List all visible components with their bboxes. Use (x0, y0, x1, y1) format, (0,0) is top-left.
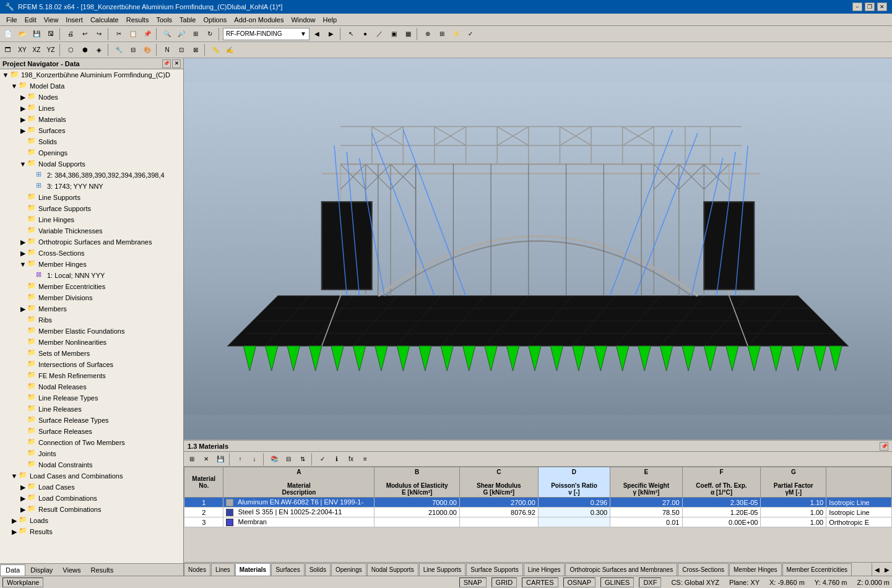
new-btn[interactable]: 📄 (1, 27, 15, 41)
menu-options[interactable]: Options (199, 15, 230, 24)
redo-btn[interactable]: ↪ (92, 27, 106, 41)
menu-results[interactable]: Results (123, 15, 153, 24)
tree-fe-mesh[interactable]: ▶ 📁 FE Mesh Refinements (0, 370, 183, 381)
minimize-btn[interactable]: − (852, 2, 862, 11)
dt-check[interactable]: ✓ (316, 452, 329, 466)
tree-result-combs[interactable]: ▶ 📁 Result Combinations (0, 504, 183, 515)
cut-btn[interactable]: ✂ (112, 27, 126, 41)
status-glines[interactable]: GLINES (600, 577, 634, 587)
tab-nodal-supports[interactable]: Nodal Supports (367, 563, 418, 576)
tree-ortho[interactable]: ▶ 📁 Orthotropic Surfaces and Membranes (0, 236, 183, 248)
tree-ribs[interactable]: ▶ 📁 Ribs (0, 314, 183, 326)
measure-btn[interactable]: 📏 (209, 43, 222, 57)
status-snap[interactable]: SNAP (459, 577, 487, 587)
menu-window[interactable]: Window (287, 15, 319, 24)
tree-root[interactable]: ▼ 📁 198_Konzertbühne Aluminium Formfindu… (0, 69, 183, 80)
results-expand[interactable]: ▶ (10, 527, 19, 536)
table-row-2[interactable]: 2 Steel S 355 | EN 10025-2:2004-11 21000… (184, 508, 892, 517)
tab-materials[interactable]: Materials (235, 563, 271, 576)
tree-cross-sections[interactable]: ▶ 📁 Cross-Sections (0, 248, 183, 259)
line-btn[interactable]: ／ (373, 27, 386, 41)
dt-filter[interactable]: ⊟ (282, 452, 295, 466)
tree-intersections[interactable]: ▶ 📁 Intersections of Surfaces (0, 359, 183, 370)
tree-connection[interactable]: ▶ 📁 Connection of Two Members (0, 437, 183, 448)
dt-delete-row[interactable]: ✕ (199, 452, 213, 466)
tab-surface-supports[interactable]: Surface Supports (466, 563, 522, 576)
lcomb-expand[interactable]: ▶ (19, 494, 27, 503)
tree-nodal-support-3[interactable]: ▶ ⊞ 3: 1743; YYY NNY (0, 181, 183, 192)
tree-line-release-types[interactable]: ▶ 📁 Line Release Types (0, 392, 183, 404)
surface-btn[interactable]: ▣ (387, 27, 401, 41)
menu-edit[interactable]: Edit (21, 15, 40, 24)
tree-openings[interactable]: ▶ 📁 Openings (0, 147, 183, 158)
save-as-btn[interactable]: 🖫 (44, 27, 58, 41)
open-btn[interactable]: 📂 (15, 27, 29, 41)
tree-load-combs[interactable]: ▶ 📁 Load Combinations (0, 493, 183, 504)
dt-select-mat[interactable]: 📚 (267, 452, 281, 466)
tree-nodal-support-2[interactable]: ▶ ⊞ 2: 384,386,389,390,392,394,396,398,4 (0, 170, 183, 181)
render-btn[interactable]: ◈ (92, 43, 106, 57)
status-cartes[interactable]: CARTES (522, 577, 558, 587)
tree-surfaces[interactable]: ▶ 📁 Surfaces (0, 125, 183, 136)
tree-model-data[interactable]: ▼ 📁 Model Data (0, 80, 183, 92)
tab-ortho[interactable]: Orthotropic Surfaces and Membranes (565, 563, 677, 576)
members-expand[interactable]: ▶ (19, 305, 27, 313)
tree-nodal-constraints[interactable]: ▶ 📁 Nodal Constraints (0, 459, 183, 470)
wireframe-btn[interactable]: ⬡ (64, 43, 77, 57)
tab-surfaces[interactable]: Surfaces (271, 563, 304, 576)
tab-solids[interactable]: Solids (305, 563, 331, 576)
check-btn[interactable]: ✓ (464, 27, 477, 41)
status-osnap[interactable]: OSNAP (563, 577, 596, 587)
tree-mh-1[interactable]: ▶ ⊠ 1: Local; NNN YYY (0, 270, 183, 281)
next-btn[interactable]: ▶ (324, 27, 338, 41)
calc-btn[interactable]: ⚡ (449, 27, 463, 41)
data-panel-pin[interactable]: 📌 (880, 442, 888, 451)
model-expand[interactable]: ▼ (10, 82, 19, 90)
solid-btn[interactable]: ▦ (401, 27, 415, 41)
viewyz-btn[interactable]: YZ (44, 43, 58, 57)
tree-members[interactable]: ▶ 📁 Members (0, 303, 183, 314)
materials-table-container[interactable]: MaterialNo. AMaterialDescription BModulu… (184, 467, 892, 562)
mh-expand[interactable]: ▼ (19, 260, 27, 269)
annotate-btn[interactable]: ✍ (223, 43, 236, 57)
dt-more[interactable]: ≡ (358, 452, 372, 466)
snap-btn[interactable]: ⊕ (421, 27, 435, 41)
tree-surface-supports[interactable]: ▶ 📁 Surface Supports (0, 203, 183, 214)
tree-member-ecc[interactable]: ▶ 📁 Member Eccentricities (0, 281, 183, 292)
surfaces-expand[interactable]: ▶ (19, 126, 27, 135)
tree-loads[interactable]: ▶ 📁 Loads (0, 515, 183, 526)
tree-member-ef[interactable]: ▶ 📁 Member Elastic Foundations (0, 326, 183, 337)
zoom-in-btn[interactable]: 🔍 (160, 27, 174, 41)
tab-member-hinges[interactable]: Member Hinges (729, 563, 782, 576)
tree-joints[interactable]: ▶ 📁 Joints (0, 448, 183, 459)
north-btn[interactable]: N (160, 43, 174, 57)
tab-cross-sections[interactable]: Cross-Sections (678, 563, 729, 576)
tree-nodal-supports[interactable]: ▼ 📁 Nodal Supports (0, 158, 183, 170)
tab-member-ecc[interactable]: Member Eccentricities (782, 563, 852, 576)
tree-surface-releases[interactable]: ▶ 📁 Surface Releases (0, 426, 183, 437)
menu-calculate[interactable]: Calculate (87, 15, 123, 24)
copy-btn[interactable]: 📋 (126, 27, 140, 41)
tree-nodal-releases[interactable]: ▶ 📁 Nodal Releases (0, 381, 183, 392)
nav-display[interactable]: Display (25, 564, 58, 576)
menu-help[interactable]: Help (319, 15, 341, 24)
tree-solids[interactable]: ▶ 📁 Solids (0, 136, 183, 147)
tree-line-supports[interactable]: ▶ 📁 Line Supports (0, 192, 183, 203)
lcc-expand[interactable]: ▼ (10, 472, 19, 480)
tree-var-thick[interactable]: ▶ 📁 Variable Thicknesses (0, 225, 183, 236)
nodal-supports-expand[interactable]: ▼ (19, 160, 27, 168)
paste-btn[interactable]: 📌 (141, 27, 154, 41)
save-btn[interactable]: 💾 (30, 27, 43, 41)
dt-import[interactable]: ↑ (233, 452, 247, 466)
panel-close-btn[interactable]: ✕ (172, 59, 181, 68)
lc-expand[interactable]: ▶ (19, 483, 27, 491)
tree-line-hinges[interactable]: ▶ 📁 Line Hinges (0, 214, 183, 225)
status-dxf[interactable]: DXF (639, 577, 661, 587)
tab-scroll-right[interactable]: ▶ (882, 563, 892, 576)
menu-addon[interactable]: Add-on Modules (230, 15, 287, 24)
tree-member-div[interactable]: ▶ 📁 Member Divisions (0, 292, 183, 303)
materials-expand[interactable]: ▶ (19, 115, 27, 124)
select-btn[interactable]: ↖ (344, 27, 358, 41)
zoom-all-btn[interactable]: ⊞ (189, 27, 202, 41)
panel-pin-btn[interactable]: 📌 (162, 59, 171, 68)
